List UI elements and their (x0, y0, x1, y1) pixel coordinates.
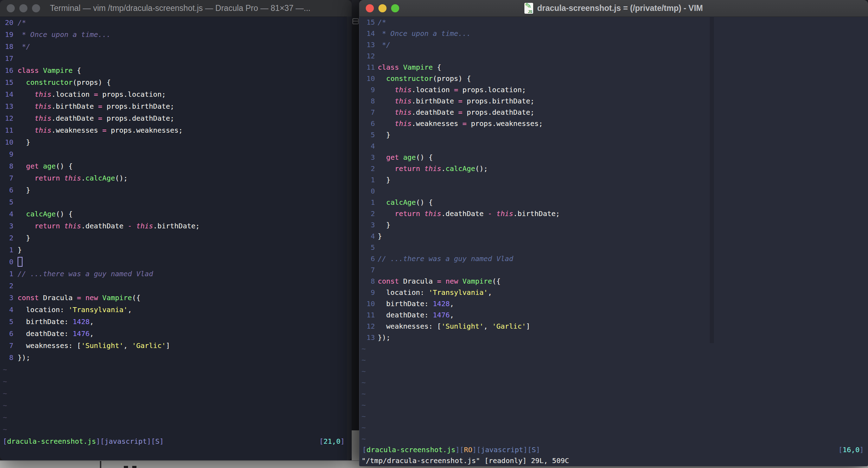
line-number: 12 (362, 52, 375, 60)
code-line[interactable]: 18 */ (0, 40, 352, 52)
code-line[interactable]: 10 birthDate: 1428, (359, 298, 868, 309)
code-line[interactable]: 13 */ (359, 39, 868, 50)
code-line[interactable]: 5 birthDate: 1428, (0, 316, 352, 328)
code-line[interactable]: 1 calcAge() { (359, 197, 868, 208)
code-line[interactable]: 6 deathDate: 1476, (0, 328, 352, 340)
code-text (18, 256, 23, 268)
code-line[interactable]: 11 deathDate: 1476, (359, 309, 868, 321)
code-line[interactable]: 8 this.birthDate = props.birthDate; (359, 95, 868, 107)
code-line[interactable]: 8 get age() { (0, 160, 352, 172)
code-line[interactable]: 3 return this.deathDate - this.birthDate… (0, 220, 352, 232)
macvim-buffer[interactable]: 15/*14 * Once upon a time...13 */1211cla… (359, 17, 868, 466)
code-line[interactable]: 7 this.deathDate = props.deathDate; (359, 107, 868, 118)
code-line[interactable]: 3 get age() { (359, 152, 868, 163)
code-line[interactable]: 7 (359, 264, 868, 276)
code-line[interactable]: 3 } (359, 219, 868, 230)
empty-buffer-line: ~ (359, 399, 868, 411)
code-line[interactable]: 12 this.deathDate = props.deathDate; (0, 112, 352, 124)
background-text-fragment (132, 466, 136, 468)
code-line[interactable]: 9 (0, 148, 352, 160)
code-line[interactable]: 15 constructor(props) { (0, 76, 352, 88)
code-line[interactable]: 2 (0, 280, 352, 292)
code-line[interactable]: 4 location: 'Transylvania', (0, 304, 352, 316)
code-line[interactable]: 5 } (359, 129, 868, 140)
line-number: 8 (362, 277, 375, 285)
code-line[interactable]: 1} (0, 244, 352, 256)
line-number: 1 (362, 198, 375, 207)
terminal-window-title: Terminal — vim /tmp/dracula-screenshot.j… (50, 4, 311, 13)
line-number: 2 (362, 164, 375, 173)
code-line[interactable]: 12 (359, 50, 868, 62)
pencil-icon: ✎ (524, 2, 532, 10)
line-number: 12 (3, 114, 13, 122)
code-line[interactable]: 20/* (0, 17, 352, 29)
line-number: 4 (3, 305, 13, 314)
code-line[interactable]: 0 (0, 256, 352, 268)
code-line[interactable]: 11 this.weaknesses = props.weaknesses; (0, 124, 352, 136)
line-number: 12 (362, 322, 375, 330)
code-line[interactable]: 6 } (0, 184, 352, 196)
line-number: 2 (3, 282, 13, 290)
close-button-icon[interactable] (7, 4, 15, 12)
empty-buffer-line: ~ (0, 375, 352, 387)
code-line[interactable]: 2 } (0, 232, 352, 244)
code-line[interactable]: 10 } (0, 136, 352, 148)
code-text: birthDate: 1428, (378, 299, 454, 308)
code-line[interactable]: 8}); (0, 352, 352, 363)
code-line[interactable]: 16class Vampire { (0, 64, 352, 76)
minimize-button-icon[interactable] (19, 4, 27, 12)
code-line[interactable]: 6 this.weaknesses = props.weaknesses; (359, 118, 868, 129)
code-line[interactable]: 11class Vampire { (359, 62, 868, 73)
line-number: 6 (3, 329, 13, 338)
zoom-button-icon[interactable] (32, 4, 40, 12)
line-number: 10 (362, 74, 375, 83)
code-line[interactable]: 7 return this.calcAge(); (0, 172, 352, 184)
code-line[interactable]: 4 calcAge() { (0, 208, 352, 220)
zoom-button-icon[interactable] (391, 4, 399, 12)
code-line[interactable]: 17 (0, 52, 352, 64)
minimize-button-icon[interactable] (378, 4, 387, 12)
terminal-titlebar[interactable]: Terminal — vim /tmp/dracula-screenshot.j… (0, 0, 352, 17)
code-text: class Vampire { (378, 63, 441, 71)
macvim-window: ✎ JS dracula-screenshot.js = (/private/t… (359, 0, 868, 466)
code-line[interactable]: 15/* (359, 17, 868, 28)
code-line[interactable]: 12 weaknesses: ['Sunlight', 'Garlic'] (359, 321, 868, 332)
code-line[interactable]: 1 } (359, 174, 868, 185)
code-line[interactable]: 4 (359, 140, 868, 152)
code-text: } (378, 131, 390, 139)
code-line[interactable]: 4} (359, 230, 868, 242)
code-line[interactable]: 14 this.location = props.location; (0, 88, 352, 100)
code-line[interactable]: 9 location: 'Transylvania', (359, 287, 868, 298)
code-line[interactable]: 13}); (359, 332, 868, 343)
macvim-titlebar[interactable]: ✎ JS dracula-screenshot.js = (/private/t… (359, 0, 868, 17)
terminal-vim-buffer[interactable]: 20/*19 * Once upon a time...18 */1716cla… (0, 17, 352, 460)
line-number: 10 (362, 299, 375, 308)
code-line[interactable]: 7 weaknesses: ['Sunlight', 'Garlic'] (0, 340, 352, 352)
traffic-lights (359, 4, 399, 12)
tilde-marker: ~ (3, 377, 7, 386)
code-line[interactable]: 0 (359, 185, 868, 197)
code-line[interactable]: 1// ...there was a guy named Vlad (0, 268, 352, 280)
code-line[interactable]: 5 (0, 196, 352, 208)
code-text: weaknesses: ['Sunlight', 'Garlic'] (18, 341, 170, 350)
code-line[interactable]: 10 constructor(props) { (359, 73, 868, 84)
code-line[interactable]: 9 this.location = props.location; (359, 84, 868, 95)
close-button-icon[interactable] (366, 4, 374, 12)
code-text: * Once upon a time... (378, 29, 471, 38)
line-number: 10 (3, 138, 13, 146)
code-line[interactable]: 2 return this.calcAge(); (359, 163, 868, 174)
line-number: 6 (362, 119, 375, 128)
code-line[interactable]: 3const Dracula = new Vampire({ (0, 292, 352, 304)
code-text: this.weaknesses = props.weaknesses; (378, 119, 543, 128)
status-cursor-position: [21,0] (319, 435, 345, 447)
code-text: return this.deathDate - this.birthDate; (18, 222, 200, 230)
code-line[interactable]: 2 return this.deathDate - this.birthDate… (359, 208, 868, 219)
code-line[interactable]: 13 this.birthDate = props.birthDate; (0, 100, 352, 112)
code-line[interactable]: 8const Dracula = new Vampire({ (359, 276, 868, 287)
code-line[interactable]: 14 * Once upon a time... (359, 28, 868, 39)
code-line[interactable]: 6// ...there was a guy named Vlad (359, 253, 868, 264)
empty-buffer-line: ~ (0, 399, 352, 411)
code-line[interactable]: 5 (359, 242, 868, 253)
code-line[interactable]: 19 * Once upon a time... (0, 29, 352, 40)
scrollbar-thumb-icon[interactable] (352, 18, 359, 24)
